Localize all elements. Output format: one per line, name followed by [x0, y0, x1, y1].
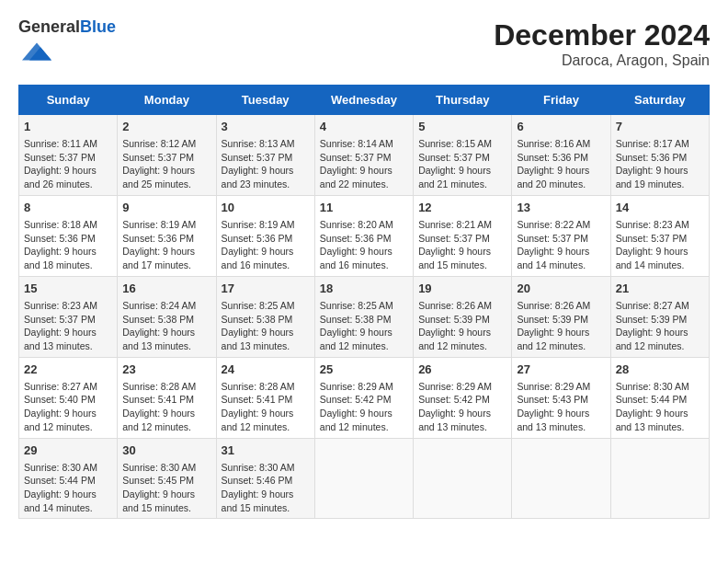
calendar-day-11: 11Sunrise: 8:20 AMSunset: 5:36 PMDayligh… — [314, 195, 413, 276]
calendar-day-23: 23Sunrise: 8:28 AMSunset: 5:41 PMDayligh… — [118, 357, 216, 438]
weekday-header-monday: Monday — [118, 85, 216, 114]
weekday-header-row: SundayMondayTuesdayWednesdayThursdayFrid… — [19, 85, 710, 114]
sunset-text: Sunset: 5:38 PM — [222, 314, 293, 325]
sunset-text: Sunset: 5:37 PM — [222, 152, 293, 163]
logo-icon — [22, 37, 51, 66]
sunrise-text: Sunrise: 8:19 AM — [222, 219, 295, 230]
sunset-text: Sunset: 5:37 PM — [320, 152, 392, 163]
daylight-text: Daylight: 9 hours and 17 minutes. — [122, 246, 195, 270]
sunset-text: Sunset: 5:36 PM — [616, 152, 688, 163]
daylight-text: Daylight: 9 hours and 12 minutes. — [616, 327, 688, 351]
day-number: 31 — [222, 442, 310, 459]
calendar-day-15: 15Sunrise: 8:23 AMSunset: 5:37 PMDayligh… — [19, 276, 118, 357]
location-title: Daroca, Aragon, Spain — [494, 52, 710, 69]
day-number: 12 — [418, 200, 506, 216]
sunrise-text: Sunrise: 8:13 AM — [222, 138, 295, 149]
sunrise-text: Sunrise: 8:22 AM — [517, 219, 590, 230]
calendar-day-6: 6Sunrise: 8:16 AMSunset: 5:36 PMDaylight… — [512, 114, 610, 195]
sunset-text: Sunset: 5:36 PM — [222, 233, 293, 244]
sunrise-text: Sunrise: 8:29 AM — [517, 381, 590, 392]
daylight-text: Daylight: 9 hours and 18 minutes. — [24, 246, 97, 270]
sunset-text: Sunset: 5:41 PM — [222, 394, 293, 405]
weekday-header-saturday: Saturday — [610, 85, 709, 114]
calendar-week-2: 15Sunrise: 8:23 AMSunset: 5:37 PMDayligh… — [19, 276, 710, 357]
sunset-text: Sunset: 5:36 PM — [122, 233, 194, 244]
sunrise-text: Sunrise: 8:20 AM — [320, 219, 393, 230]
sunset-text: Sunset: 5:37 PM — [24, 152, 96, 163]
sunset-text: Sunset: 5:37 PM — [418, 152, 490, 163]
empty-cell — [314, 438, 413, 519]
sunset-text: Sunset: 5:39 PM — [418, 314, 490, 325]
calendar-day-14: 14Sunrise: 8:23 AMSunset: 5:37 PMDayligh… — [610, 195, 709, 276]
daylight-text: Daylight: 9 hours and 13 minutes. — [24, 327, 97, 351]
sunrise-text: Sunrise: 8:14 AM — [320, 138, 393, 149]
sunrise-text: Sunrise: 8:30 AM — [222, 462, 295, 473]
calendar-week-1: 8Sunrise: 8:18 AMSunset: 5:36 PMDaylight… — [19, 195, 710, 276]
sunset-text: Sunset: 5:36 PM — [24, 233, 96, 244]
day-number: 24 — [222, 362, 310, 378]
weekday-header-tuesday: Tuesday — [216, 85, 314, 114]
sunrise-text: Sunrise: 8:11 AM — [24, 138, 97, 149]
day-number: 9 — [122, 200, 210, 216]
day-number: 18 — [320, 281, 408, 297]
calendar-week-0: 1Sunrise: 8:11 AMSunset: 5:37 PMDaylight… — [19, 114, 710, 195]
sunrise-text: Sunrise: 8:23 AM — [616, 219, 689, 230]
day-number: 29 — [24, 442, 112, 459]
sunrise-text: Sunrise: 8:27 AM — [24, 381, 97, 392]
daylight-text: Daylight: 9 hours and 13 minutes. — [517, 408, 589, 432]
daylight-text: Daylight: 9 hours and 20 minutes. — [517, 165, 589, 190]
day-number: 2 — [122, 119, 210, 135]
sunrise-text: Sunrise: 8:30 AM — [122, 462, 196, 473]
day-number: 6 — [517, 119, 605, 135]
daylight-text: Daylight: 9 hours and 15 minutes. — [222, 488, 294, 513]
day-number: 30 — [122, 442, 210, 459]
sunrise-text: Sunrise: 8:12 AM — [122, 138, 196, 149]
sunrise-text: Sunrise: 8:18 AM — [24, 219, 97, 230]
calendar-day-2: 2Sunrise: 8:12 AMSunset: 5:37 PMDaylight… — [118, 114, 216, 195]
day-number: 1 — [24, 119, 112, 135]
month-title: December 2024 — [494, 18, 710, 52]
calendar-day-3: 3Sunrise: 8:13 AMSunset: 5:37 PMDaylight… — [216, 114, 314, 195]
daylight-text: Daylight: 9 hours and 12 minutes. — [24, 408, 97, 432]
sunset-text: Sunset: 5:42 PM — [320, 394, 392, 405]
calendar-table: SundayMondayTuesdayWednesdayThursdayFrid… — [18, 85, 710, 520]
sunset-text: Sunset: 5:43 PM — [517, 394, 588, 405]
calendar-day-18: 18Sunrise: 8:25 AMSunset: 5:38 PMDayligh… — [314, 276, 413, 357]
day-number: 23 — [122, 362, 210, 378]
logo: GeneralBlue — [18, 18, 116, 70]
calendar-week-4: 29Sunrise: 8:30 AMSunset: 5:44 PMDayligh… — [19, 438, 710, 519]
daylight-text: Daylight: 9 hours and 12 minutes. — [222, 408, 294, 432]
sunrise-text: Sunrise: 8:23 AM — [24, 300, 97, 311]
day-number: 28 — [616, 362, 704, 378]
weekday-header-wednesday: Wednesday — [314, 85, 413, 114]
calendar-day-29: 29Sunrise: 8:30 AMSunset: 5:44 PMDayligh… — [19, 438, 118, 519]
sunrise-text: Sunrise: 8:26 AM — [517, 300, 590, 311]
day-number: 21 — [616, 281, 704, 297]
calendar-day-22: 22Sunrise: 8:27 AMSunset: 5:40 PMDayligh… — [19, 357, 118, 438]
calendar-day-25: 25Sunrise: 8:29 AMSunset: 5:42 PMDayligh… — [314, 357, 413, 438]
calendar-day-24: 24Sunrise: 8:28 AMSunset: 5:41 PMDayligh… — [216, 357, 314, 438]
sunset-text: Sunset: 5:39 PM — [616, 314, 688, 325]
calendar-week-3: 22Sunrise: 8:27 AMSunset: 5:40 PMDayligh… — [19, 357, 710, 438]
day-number: 7 — [616, 119, 704, 135]
daylight-text: Daylight: 9 hours and 14 minutes. — [616, 246, 688, 270]
calendar-day-5: 5Sunrise: 8:15 AMSunset: 5:37 PMDaylight… — [414, 114, 512, 195]
sunset-text: Sunset: 5:37 PM — [418, 233, 490, 244]
daylight-text: Daylight: 9 hours and 22 minutes. — [320, 165, 392, 190]
day-number: 20 — [517, 281, 605, 297]
sunrise-text: Sunrise: 8:25 AM — [320, 300, 393, 311]
day-number: 5 — [418, 119, 506, 135]
calendar-day-12: 12Sunrise: 8:21 AMSunset: 5:37 PMDayligh… — [414, 195, 512, 276]
sunset-text: Sunset: 5:41 PM — [122, 394, 194, 405]
daylight-text: Daylight: 9 hours and 16 minutes. — [222, 246, 294, 270]
sunrise-text: Sunrise: 8:19 AM — [122, 219, 196, 230]
calendar-day-21: 21Sunrise: 8:27 AMSunset: 5:39 PMDayligh… — [610, 276, 709, 357]
sunset-text: Sunset: 5:37 PM — [616, 233, 688, 244]
day-number: 25 — [320, 362, 408, 378]
day-number: 26 — [418, 362, 506, 378]
sunset-text: Sunset: 5:44 PM — [616, 394, 688, 405]
sunrise-text: Sunrise: 8:25 AM — [222, 300, 295, 311]
weekday-header-thursday: Thursday — [414, 85, 512, 114]
day-number: 19 — [418, 281, 506, 297]
empty-cell — [414, 438, 512, 519]
